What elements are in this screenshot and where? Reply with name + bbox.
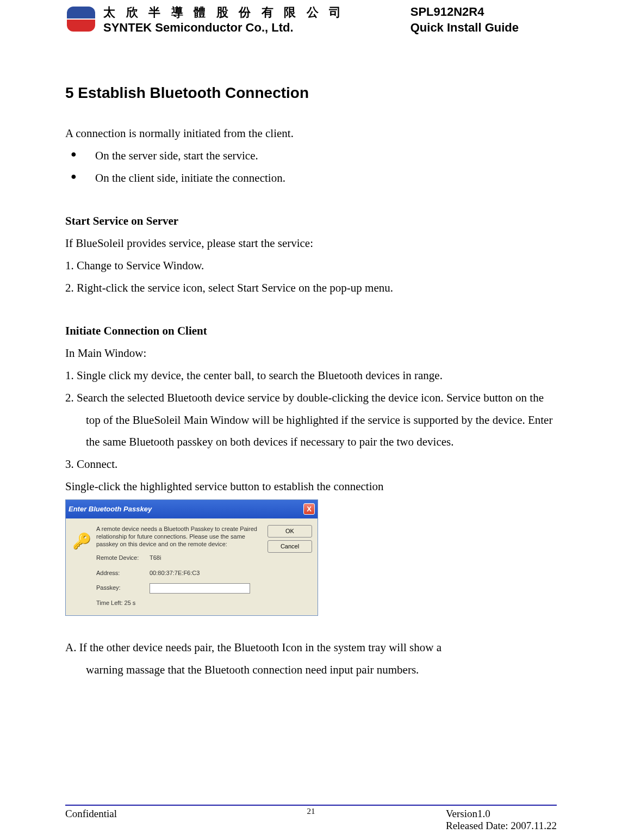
footer-release-date: Released Date: 2007.11.22 bbox=[446, 820, 557, 832]
client-intro: In Main Window: bbox=[65, 342, 557, 365]
list-item: On the client side, initiate the connect… bbox=[82, 167, 557, 189]
close-button[interactable]: X bbox=[303, 503, 315, 515]
company-block: 太 欣 半 導 體 股 份 有 限 公 司 SYNTEK Semiconduct… bbox=[65, 5, 345, 35]
time-left-label: Time Left: 25 s bbox=[96, 597, 150, 609]
client-steps: 1. Single click my device, the center ba… bbox=[65, 365, 557, 476]
remote-device-value: T68i bbox=[150, 552, 161, 564]
page-footer: Confidential 21 Version1.0 Released Date… bbox=[65, 805, 557, 832]
list-item: 3. Connect. bbox=[65, 453, 557, 475]
post-steps-text: Single-click the highlighted service but… bbox=[65, 475, 557, 498]
company-name-en: SYNTEK Semiconductor Co., Ltd. bbox=[103, 21, 345, 35]
note-a-line1: A. If the other device needs pair, the B… bbox=[65, 637, 557, 659]
remote-device-label: Remote Device: bbox=[96, 552, 150, 564]
subsection-title-server: Start Service on Server bbox=[65, 210, 557, 232]
dialog-message: A remote device needs a Bluetooth Passke… bbox=[96, 525, 263, 548]
key-icon: 🔑 bbox=[71, 525, 92, 609]
page-number: 21 bbox=[307, 807, 315, 816]
list-item: 1. Change to Service Window. bbox=[65, 255, 557, 277]
dialog-titlebar: Enter Bluetooth Passkey X bbox=[66, 500, 318, 518]
footer-version: Version1.0 bbox=[446, 808, 557, 820]
section-title: 5 Establish Bluetooth Connection bbox=[65, 84, 557, 102]
list-item: 2. Search the selected Bluetooth device … bbox=[65, 387, 557, 454]
footer-confidential: Confidential bbox=[65, 808, 117, 832]
company-name-cn: 太 欣 半 導 體 股 份 有 限 公 司 bbox=[103, 4, 345, 21]
list-item: On the server side, start the service. bbox=[82, 145, 557, 167]
address-value: 00:80:37:7E:F6:C3 bbox=[150, 567, 200, 579]
company-logo bbox=[65, 5, 97, 33]
doc-identifier: SPL912N2R4 Quick Install Guide bbox=[410, 4, 519, 35]
product-code: SPL912N2R4 bbox=[410, 4, 519, 20]
list-item: 1. Single click my device, the center ba… bbox=[65, 365, 557, 387]
server-intro: If BlueSoleil provides service, please s… bbox=[65, 232, 557, 255]
subsection-title-client: Initiate Connection on Client bbox=[65, 320, 557, 342]
list-item: 2. Right-click the service icon, select … bbox=[65, 277, 557, 299]
doc-type: Quick Install Guide bbox=[410, 20, 519, 36]
passkey-label: Passkey: bbox=[96, 582, 150, 594]
page-header: 太 欣 半 導 體 股 份 有 限 公 司 SYNTEK Semiconduct… bbox=[65, 5, 557, 35]
passkey-dialog: Enter Bluetooth Passkey X 🔑 A remote dev… bbox=[65, 499, 318, 616]
dialog-title: Enter Bluetooth Passkey bbox=[69, 502, 152, 516]
passkey-input[interactable] bbox=[150, 583, 250, 594]
cancel-button[interactable]: Cancel bbox=[268, 540, 312, 553]
ok-button[interactable]: OK bbox=[268, 525, 312, 538]
close-icon: X bbox=[307, 502, 312, 516]
server-steps: 1. Change to Service Window. 2. Right-cl… bbox=[65, 255, 557, 299]
note-a-line2: warning massage that the Bluetooth conne… bbox=[65, 659, 557, 681]
bullet-list: On the server side, start the service. O… bbox=[65, 145, 557, 189]
address-label: Address: bbox=[96, 567, 150, 579]
intro-text: A connection is normally initiated from … bbox=[65, 122, 557, 145]
